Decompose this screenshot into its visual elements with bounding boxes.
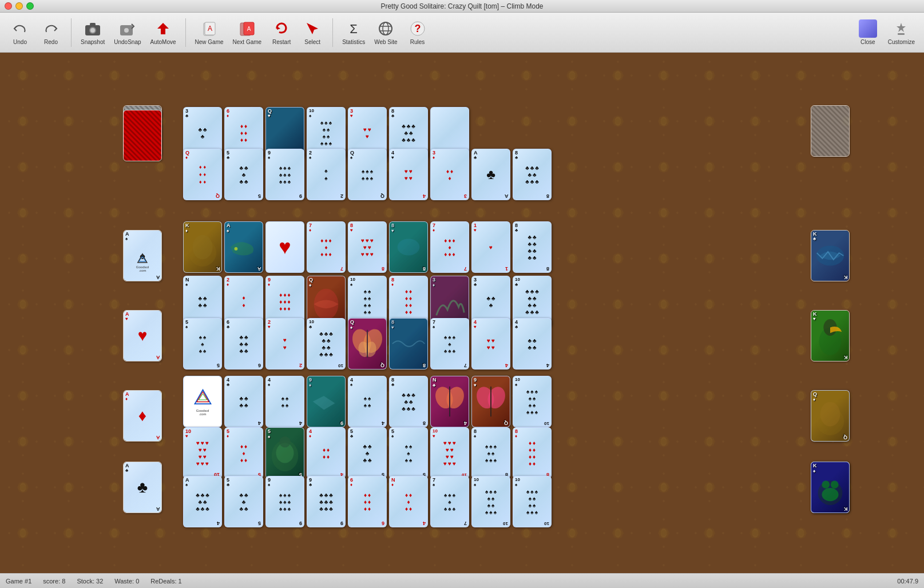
card-7d[interactable]: 7♦ ♦♦♦ ♦ ♦♦♦ 7: [430, 221, 469, 273]
card-7s[interactable]: 7♠ ♠♠♠ ♠ ♠♠♠ 7: [430, 318, 469, 370]
newgame-button[interactable]: A New Game: [192, 17, 227, 47]
card-5s[interactable]: 5♠ ♠♠ ♠ ♠♠ 5: [389, 427, 428, 479]
card-10s-3[interactable]: 10♣ ♣♣♣ ♣♣ ♣♣ ♣♣♣ 10: [307, 318, 346, 370]
customize-button[interactable]: Customize: [885, 17, 918, 47]
card-10s-5[interactable]: 10♠ ♠♠♠ ♠♠ ♠♠ ♠♠♠ 10: [513, 476, 552, 527]
card-4h[interactable]: 4♥ ♥♥ ♥♥ 4: [471, 318, 510, 370]
close-window-button[interactable]: [5, 2, 12, 10]
card-qs[interactable]: Q♠ ♠♠♠ ♠♠♠ Q: [348, 149, 387, 200]
undo-button[interactable]: Undo: [6, 17, 34, 47]
close-label: Close: [860, 39, 875, 45]
card-5d[interactable]: 5♦ ♦♦ ♦ ♦♦ 5: [224, 427, 263, 479]
card-photo-iguana[interactable]: K ♦ K: [183, 221, 222, 273]
nextgame-button[interactable]: A Next Game: [229, 17, 265, 47]
deck-back: [124, 110, 161, 161]
customize-label: Customize: [888, 39, 915, 45]
svg-point-5: [124, 28, 129, 33]
svg-rect-19: [898, 33, 905, 35]
card-nd[interactable]: N♦ ♦♦ ♦ ♦♦ 4: [389, 476, 428, 527]
card-goodsol[interactable]: Goodsol.com: [183, 376, 222, 427]
card-4c-2[interactable]: 4♣ ♣♣ ♣♣ 4: [224, 376, 263, 427]
card-2s[interactable]: 2♠ ♠ ♠ 2: [307, 149, 346, 200]
card-4s[interactable]: 4♠ ♠♠ ♠♠ 4: [265, 376, 304, 427]
card-diamonds[interactable]: 7♦ ♦♦♦ ♦ ♦♦♦ 7: [307, 221, 346, 273]
card-8d-2[interactable]: 8♦ ♦♦ ♦♦ ♦♦ ♦♦ 8: [513, 427, 552, 479]
card-photo-turtle[interactable]: 5 ♠ 5: [265, 427, 304, 479]
stock-pile-bottom[interactable]: [123, 110, 162, 161]
card-photo-underwater2[interactable]: 9 ♦ 9: [307, 376, 346, 427]
rules-button[interactable]: ? Rules: [403, 17, 432, 47]
ace-hearts-pile[interactable]: A A ♥ ♥: [123, 310, 162, 361]
card-5s[interactable]: 5♠ ♠♠ ♠ ♠♠ 5: [183, 318, 222, 370]
card-4c[interactable]: 4♣ ♣♣ ♣♣ 4: [513, 318, 552, 370]
card-4d[interactable]: 4♦ ♦♦ ♦♦ 4: [307, 427, 346, 479]
automove-button[interactable]: AutoMove: [147, 17, 180, 47]
close-game-button[interactable]: Close: [854, 17, 882, 47]
nextgame-icon: A: [238, 19, 256, 38]
maximize-button[interactable]: [26, 2, 34, 10]
card-9s[interactable]: 9♠ ♠♠♠ ♠♠♠ ♠♠♠ 9: [265, 476, 304, 527]
restart-button[interactable]: Restart: [267, 17, 296, 47]
card-heart-center[interactable]: ♥: [265, 221, 304, 273]
king-hearts-pile[interactable]: K ♥ K: [811, 310, 850, 361]
card-5c-2[interactable]: 5♣ ♣♣ ♣ ♣♣ 5: [348, 427, 387, 479]
card-8c-4[interactable]: 8♣ ♣♣♣ ♣♣ ♣♣♣ 8: [389, 376, 428, 427]
web-icon: [376, 19, 395, 38]
select-icon: [303, 19, 322, 38]
card-photo-underwater[interactable]: 8 ♥ 8: [389, 221, 428, 273]
card-photo-butterfly[interactable]: Q ♠ Q: [348, 318, 387, 370]
card-5c-3[interactable]: 5♣ ♣♣ ♣ ♣♣ 5: [224, 476, 263, 527]
card-photo-redbf[interactable]: 9 ♥ Q: [471, 376, 510, 427]
card-3d[interactable]: 3♦ ♦♦ ♦ 3: [430, 149, 469, 200]
card-photo-butterfly2[interactable]: N ♣ 4: [430, 376, 469, 427]
newgame-label: New Game: [195, 39, 224, 45]
ace-clubs-pile[interactable]: A A ♣ ♣: [123, 462, 162, 513]
card-7s-2[interactable]: 7♠ ♠♠♠ ♠ ♠♠♠ 7: [430, 476, 469, 527]
card-9c[interactable]: 9♣ ♣♣♣ ♣♣♣ ♣♣♣ 9: [307, 476, 346, 527]
card-photo-fish[interactable]: A ♠ A: [224, 221, 263, 273]
select-button[interactable]: Select: [298, 17, 327, 47]
ace-spades-pile[interactable]: A A ♠ ♠ Goodsol.com: [123, 230, 162, 281]
card-r8c1[interactable]: A♠ ♣♣♣ ♣♣ ♣♣♣ 4: [183, 476, 222, 527]
card-6c[interactable]: 6♣ ♣♣ ♣♣ ♣♣ 6: [224, 318, 263, 370]
svg-text:A: A: [247, 26, 251, 32]
card-6d-2[interactable]: 6♦ ♦♦ ♦♦ ♦♦ 6: [348, 476, 387, 527]
statusbar: Game #1 score: 8 Stock: 32 Waste: 0 ReDe…: [0, 573, 924, 588]
minimize-button[interactable]: [15, 2, 23, 10]
redo-button[interactable]: Redo: [37, 17, 65, 47]
svg-text:Σ: Σ: [350, 22, 358, 36]
card-photo-ocean2[interactable]: 8 ♥ 8: [389, 318, 428, 370]
card-8h[interactable]: 8♥ ♥♥♥ ♥♥ ♥♥♥ 8: [348, 221, 387, 273]
card-photo-frog2[interactable]: K ♠ K: [811, 462, 850, 513]
undosnap-button[interactable]: UndoSnap: [110, 17, 144, 47]
card-r3c8[interactable]: 1♥ ♥ 1: [471, 221, 510, 273]
card-4s-2[interactable]: 4♠ ♠♠ ♠♠ 4: [348, 376, 387, 427]
card-10h[interactable]: 10♥ ♥♥♥ ♥♥ ♥♥ ♥♥♥ 10: [430, 427, 469, 479]
king-clubs-pile[interactable]: K ♣ K: [811, 230, 850, 281]
statistics-button[interactable]: Σ Statistics: [339, 17, 368, 47]
card-8s[interactable]: 8♠ ♠♠♠ ♠♠ ♠♠♠ 8: [471, 427, 510, 479]
newgame-icon: A: [200, 19, 219, 38]
card-r2c1[interactable]: Q♦ ♦♦ ♦♦ ♦♦ Q: [183, 149, 222, 200]
svg-text:?: ?: [414, 23, 421, 34]
website-button[interactable]: Web Site: [371, 17, 400, 47]
redo-icon: [42, 19, 60, 38]
card-ac[interactable]: A♣ ♣ A: [471, 149, 510, 200]
svg-text:A: A: [208, 25, 212, 33]
card-photo-iguana2[interactable]: Q ♦ Q: [811, 390, 850, 442]
ace-diamonds-pile[interactable]: A A ♦ ♦: [123, 390, 162, 442]
card-10s-4[interactable]: 10♠ ♠♠♠ ♠♠ ♠♠ ♠♠♠ 10: [471, 476, 510, 527]
card-0s[interactable]: 10♠ ♠♠♠ ♠♠ ♠♠ ♠♠♠ 10: [513, 376, 552, 427]
card-r7c1[interactable]: 10♥ ♥♥♥ ♥♥ ♥♥ ♥♥♥ 10: [183, 427, 222, 479]
card-r2c6[interactable]: 4♥ ♥♥ ♥♥ 4: [389, 149, 428, 200]
window-title: Pretty Good Solitaire: Crazy Quilt [tom]…: [380, 2, 543, 10]
card-5c[interactable]: 5♣ ♣♣ ♣ ♣♣ 5: [224, 149, 263, 200]
card-2h[interactable]: 2♥ ♥ ♥ 2: [265, 318, 304, 370]
rules-icon: ?: [409, 19, 427, 38]
card-9s[interactable]: 9♠ ♠♠♠ ♠♠♠ ♠♠♠ 9: [265, 149, 304, 200]
status-info: Game #1 score: 8 Stock: 32 Waste: 0 ReDe…: [6, 578, 182, 585]
snapshot-button[interactable]: Snapshot: [77, 17, 108, 47]
undosnap-icon: [118, 19, 137, 38]
card-8c-2[interactable]: 8♣ ♣♣♣ ♣♣ ♣♣♣ 8: [513, 149, 552, 200]
card-8c-3[interactable]: 8♣ ♣♣ ♣♣ ♣♣ ♣♣ 8: [513, 221, 552, 273]
